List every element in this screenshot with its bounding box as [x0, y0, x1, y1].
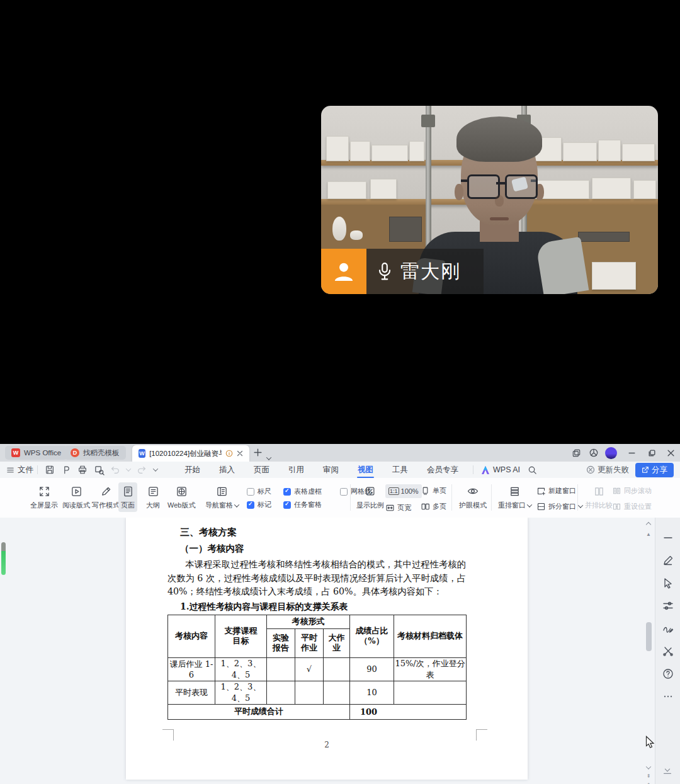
scroll-down-button[interactable] [643, 763, 654, 771]
account-avatar[interactable] [603, 444, 619, 462]
share-button[interactable]: 分享 [635, 463, 674, 477]
read-layout-button[interactable]: 阅读版式 [60, 482, 93, 512]
page-width-button[interactable]: 页宽 [385, 501, 422, 514]
doc-info-icon[interactable] [225, 450, 233, 457]
skin-button[interactable] [586, 444, 602, 462]
button-label: 写作模式 [92, 501, 120, 510]
task-pane-checkbox[interactable]: 任务窗格 [283, 500, 340, 509]
table-cell: 1、2、3、4、5 [215, 681, 267, 704]
split-window-button[interactable]: 拆分窗口 [536, 500, 582, 513]
print-button[interactable] [77, 464, 88, 475]
eye-protection-button[interactable]: 护眼模式 [456, 482, 489, 512]
reset-position-button[interactable]: 重设位置 [612, 500, 652, 513]
dark-box [578, 232, 630, 242]
table-gridline-checkbox[interactable]: 表格虚框 [283, 487, 340, 496]
select-tool-button[interactable] [662, 577, 674, 589]
edit-tool-button[interactable] [662, 554, 674, 567]
fit-controls[interactable] [662, 764, 674, 777]
ribbon-collapse-button[interactable] [643, 520, 654, 528]
wps-ai-label: WPS AI [493, 465, 520, 474]
wps-logo-icon: W [11, 448, 20, 457]
save-button[interactable] [44, 464, 55, 475]
zoom-100-button[interactable]: 1:1 100% [385, 484, 422, 498]
menu-insert[interactable]: 插入 [210, 462, 244, 478]
export-pdf-button[interactable] [60, 464, 72, 475]
close-window-button[interactable] [662, 444, 679, 462]
minimize-icon [628, 449, 636, 457]
maximize-button[interactable] [643, 444, 660, 462]
pencil-icon [662, 554, 674, 567]
table-cell [394, 681, 467, 704]
tools-button[interactable] [662, 645, 674, 657]
scroll-up-button[interactable]: ▲ [643, 530, 654, 538]
tab-wps-home[interactable]: W WPS Office [5, 446, 67, 460]
menu-start[interactable]: 开始 [175, 462, 210, 478]
fullscreen-button[interactable]: 全屏显示 [28, 482, 60, 512]
col-header: 实验报告 [267, 628, 295, 657]
button-label: 重排窗口 [498, 501, 526, 510]
file-menu[interactable]: 文件 [0, 465, 33, 475]
more-dots-icon [662, 690, 674, 703]
docer-logo-icon: D [71, 448, 79, 457]
multi-page-button[interactable]: 多页 [421, 500, 446, 513]
menu-member[interactable]: 会员专享 [417, 462, 468, 478]
nav-pane-button[interactable]: 导航窗格 [203, 482, 241, 512]
search-button[interactable] [526, 464, 538, 475]
web-layout-button[interactable]: Web版式 [165, 482, 198, 512]
wps-ai-button[interactable]: WPS AI [477, 465, 524, 474]
next-page-button[interactable]: ⇟ [643, 781, 654, 784]
zoom-percent-icon [365, 486, 376, 497]
new-window-button[interactable]: 新建窗口 [536, 484, 582, 497]
col-header: 考核材料归档载体 [394, 615, 467, 657]
menu-tools[interactable]: 工具 [383, 462, 417, 478]
button-label: 多页 [433, 502, 446, 511]
markup-checkbox[interactable]: 标记 [247, 500, 283, 509]
shelf-box [592, 262, 636, 290]
update-failed-status[interactable]: 更新失败 [586, 465, 629, 475]
help-button[interactable] [662, 668, 674, 680]
side-by-side-button[interactable]: 并排比较 [582, 482, 615, 512]
ruler-checkbox[interactable]: 标尺 [247, 487, 283, 496]
redo-button[interactable] [136, 464, 147, 475]
menu-page[interactable]: 页面 [244, 462, 279, 478]
adjust-tool-button[interactable] [662, 599, 674, 612]
undo-dropdown[interactable] [126, 464, 131, 475]
col-header: 考核内容 [168, 615, 215, 657]
tab-document-active[interactable]: W [102010224]创业融资与投资 [132, 445, 249, 462]
shelf-box [326, 136, 349, 161]
workspace-icon [572, 448, 581, 458]
table-cell: 10 [350, 681, 394, 704]
new-window-icon [536, 486, 546, 496]
menu-reference[interactable]: 引用 [279, 462, 314, 478]
minimize-button[interactable] [623, 444, 640, 462]
menu-view[interactable]: 视图 [348, 462, 383, 478]
tab-close-icon[interactable] [237, 450, 243, 457]
undo-button[interactable] [110, 464, 121, 475]
single-page-icon [421, 486, 430, 496]
zoom-ratio-button[interactable]: 显示比例 [354, 482, 387, 512]
single-page-button[interactable]: 单页 [421, 484, 446, 497]
print-preview-button[interactable] [93, 464, 105, 475]
sync-scroll-button[interactable]: 同步滚动 [612, 484, 652, 497]
new-tab-button[interactable] [253, 448, 263, 457]
workspace-button[interactable] [568, 444, 584, 462]
doc-table-title: 1.过程性考核内容与课程目标的支撑关系表 [167, 601, 466, 613]
scrollbar-thumb[interactable] [646, 622, 652, 651]
tab-docer-templates[interactable]: D 找稻壳模板 [64, 446, 126, 460]
prev-page-button[interactable]: ⇞ [643, 772, 654, 780]
quickbar-dropdown[interactable] [152, 464, 159, 475]
document-page[interactable]: 三、考核方案 （一）考核内容 本课程采取过程性考核和终结性考核相结合的模式，其中… [126, 518, 528, 780]
menu-review[interactable]: 审阅 [314, 462, 348, 478]
outline-button[interactable]: 大纲 [144, 482, 162, 512]
screen: 雷大刚 W WPS Office D 找稻壳模板 W [102010224]创业… [0, 0, 680, 784]
more-tools-button[interactable] [662, 690, 674, 703]
collapse-panel-button[interactable] [662, 531, 674, 544]
fullscreen-icon [38, 486, 50, 497]
shelf-box [371, 145, 408, 161]
button-label: 同步滚动 [624, 486, 652, 496]
write-mode-button[interactable]: 写作模式 [89, 482, 122, 512]
page-view-button[interactable]: 页面 [118, 482, 137, 512]
signature-tool-button[interactable] [662, 622, 674, 635]
rearrange-windows-button[interactable]: 重排窗口 [496, 482, 534, 512]
shelf-box [563, 142, 597, 161]
